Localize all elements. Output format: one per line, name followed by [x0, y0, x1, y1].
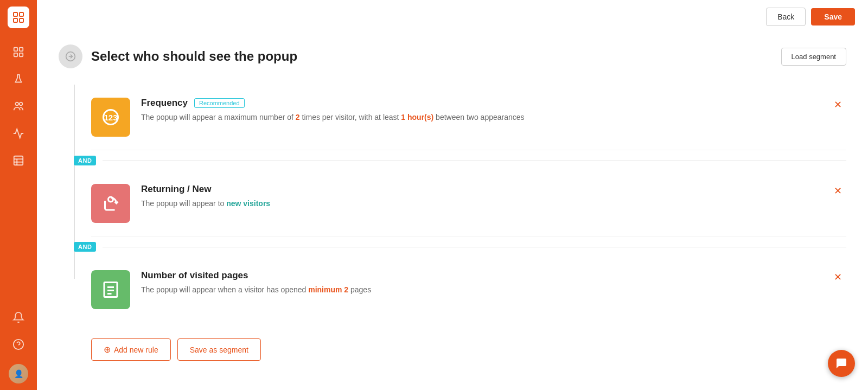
chat-button[interactable]	[828, 350, 855, 377]
svg-rect-3	[20, 18, 23, 22]
svg-rect-5	[20, 48, 23, 51]
sidebar-item-dashboard[interactable]	[7, 40, 30, 64]
returning-close-button[interactable]: ✕	[829, 184, 846, 198]
sidebar-item-reports[interactable]	[7, 149, 30, 172]
sidebar: 👤	[0, 0, 37, 390]
returning-title: Returning / New	[141, 184, 211, 195]
topbar: Back Save	[37, 0, 868, 34]
pages-body: Number of visited pages The popup will a…	[141, 270, 821, 296]
pages-close-button[interactable]: ✕	[829, 270, 846, 284]
pages-minimum: minimum 2	[308, 285, 348, 294]
help-icon	[12, 338, 24, 350]
and-badge-2: AND	[74, 242, 846, 252]
frequency-body: Frequency Recommended The popup will app…	[141, 98, 821, 123]
page-header: Select who should see the popup Load seg…	[59, 44, 846, 68]
rules-container: 123 Frequency Recommended The popup will…	[59, 85, 846, 322]
pages-description: The popup will appear when a visitor has…	[141, 284, 821, 296]
page-header-left: Select who should see the popup	[59, 44, 297, 68]
svg-text:123: 123	[104, 113, 117, 122]
pages-title: Number of visited pages	[141, 270, 248, 281]
load-segment-button[interactable]: Load segment	[781, 48, 846, 66]
returning-icon-wrap	[91, 184, 130, 223]
pages-icon-wrap	[91, 270, 130, 309]
sidebar-item-audience[interactable]	[7, 94, 30, 118]
grid-icon	[12, 46, 24, 58]
flask-icon	[12, 73, 24, 85]
save-button[interactable]: Save	[811, 8, 855, 25]
frequency-count: 2	[296, 113, 300, 122]
frequency-close-button[interactable]: ✕	[829, 98, 846, 112]
add-rule-plus-icon: ⊕	[104, 344, 111, 355]
returning-icon	[101, 194, 120, 213]
svg-rect-2	[14, 18, 17, 22]
logo-icon	[12, 11, 25, 24]
frequency-icon-wrap: 123	[91, 98, 130, 137]
chart-icon	[12, 127, 24, 139]
rule-frequency: 123 Frequency Recommended The popup will…	[91, 85, 846, 150]
frequency-icon: 123	[101, 107, 120, 127]
sidebar-item-experiments[interactable]	[7, 67, 30, 91]
and-label-1: AND	[74, 156, 96, 165]
avatar-image: 👤	[9, 364, 28, 383]
back-button[interactable]: Back	[766, 8, 806, 26]
and-line-2	[103, 247, 846, 247]
main-content: Back Save Select who should see the popu…	[37, 0, 868, 390]
svg-rect-6	[14, 53, 17, 56]
returning-body: Returning / New The popup will appear to…	[141, 184, 821, 209]
svg-rect-10	[14, 156, 23, 165]
table-icon	[12, 155, 24, 167]
svg-rect-7	[20, 53, 23, 56]
save-segment-button[interactable]: Save as segment	[177, 338, 261, 361]
svg-rect-1	[20, 12, 23, 16]
recommended-badge: Recommended	[194, 98, 245, 108]
frequency-description: The popup will appear a maximum number o…	[141, 112, 821, 123]
add-rule-button[interactable]: ⊕ Add new rule	[91, 338, 171, 361]
frequency-title-row: Frequency Recommended	[141, 98, 821, 108]
divider-2	[91, 236, 846, 236]
returning-description: The popup will appear to new visitors	[141, 198, 821, 209]
users-icon	[12, 100, 24, 112]
divider-1	[91, 150, 846, 150]
pages-icon	[101, 280, 120, 299]
svg-rect-0	[14, 12, 17, 16]
frequency-title: Frequency	[141, 98, 188, 108]
sidebar-item-help[interactable]	[7, 333, 30, 356]
bottom-actions: ⊕ Add new rule Save as segment	[59, 338, 846, 361]
svg-point-9	[20, 103, 23, 106]
svg-rect-4	[14, 48, 17, 51]
frequency-hours: 1 hour(s)	[401, 113, 433, 122]
chat-icon	[835, 357, 848, 370]
step-icon	[59, 44, 82, 68]
returning-title-row: Returning / New	[141, 184, 821, 195]
bell-icon	[12, 311, 24, 323]
svg-point-8	[16, 103, 19, 106]
content-area: Select who should see the popup Load seg…	[37, 34, 868, 390]
rule-returning: Returning / New The popup will appear to…	[91, 171, 846, 236]
page-title: Select who should see the popup	[91, 49, 297, 64]
add-rule-label: Add new rule	[114, 346, 158, 354]
arrow-right-icon	[65, 51, 76, 62]
and-label-2: AND	[74, 242, 96, 252]
avatar[interactable]: 👤	[9, 364, 28, 383]
returning-visitors-type: new visitors	[226, 199, 270, 208]
and-badge-1: AND	[74, 156, 846, 165]
sidebar-item-notifications[interactable]	[7, 305, 30, 329]
rule-pages: Number of visited pages The popup will a…	[91, 257, 846, 322]
sidebar-item-analytics[interactable]	[7, 122, 30, 145]
pages-title-row: Number of visited pages	[141, 270, 821, 281]
sidebar-logo[interactable]	[8, 7, 29, 28]
and-line-1	[103, 161, 846, 161]
